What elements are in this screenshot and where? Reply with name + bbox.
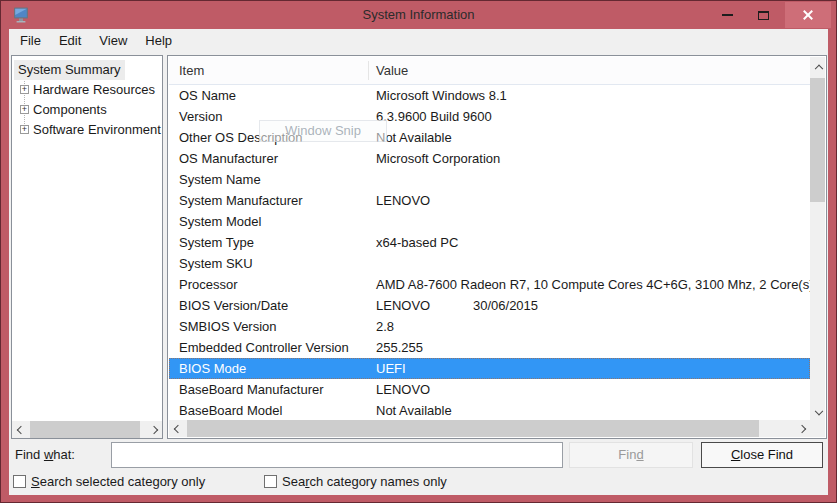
- list-horizontal-scrollbar[interactable]: [169, 420, 810, 437]
- column-divider[interactable]: [368, 61, 369, 80]
- menu-edit[interactable]: Edit: [50, 29, 90, 53]
- find-input[interactable]: [111, 442, 563, 468]
- close-find-button[interactable]: Close Find: [701, 442, 823, 468]
- list-vertical-scrollbar[interactable]: [810, 57, 825, 422]
- checkbox-label: Search selected category only: [31, 474, 205, 489]
- list-row[interactable]: BaseBoard ManufacturerLENOVO: [169, 379, 810, 400]
- expand-plus-icon[interactable]: +: [20, 105, 29, 114]
- checkbox-label: Search category names only: [282, 474, 447, 489]
- menu-view[interactable]: View: [90, 29, 136, 53]
- tree-item-components[interactable]: + Components: [12, 100, 162, 120]
- tree-item-label: Components: [33, 100, 107, 120]
- list-row[interactable]: OS ManufacturerMicrosoft Corporation: [169, 148, 810, 169]
- list-row[interactable]: System Name: [169, 169, 810, 190]
- window-snip-ghost-tooltip: Window Snip: [259, 120, 387, 142]
- menu-bar: File Edit View Help: [9, 29, 828, 53]
- menu-file[interactable]: File: [11, 29, 50, 53]
- scroll-right-icon[interactable]: [793, 420, 810, 437]
- close-button[interactable]: [785, 2, 831, 28]
- tree-item-label: Software Environment: [33, 120, 161, 140]
- list-row[interactable]: System Typex64-based PC: [169, 232, 810, 253]
- list-row[interactable]: BaseBoard ModelNot Available: [169, 400, 810, 421]
- scrollbar-thumb[interactable]: [30, 421, 140, 438]
- scrollbar-thumb[interactable]: [187, 420, 759, 437]
- column-header-item[interactable]: Item: [179, 57, 204, 85]
- checkbox-icon[interactable]: [13, 475, 26, 488]
- scroll-right-icon[interactable]: [145, 421, 162, 438]
- minimize-icon: [722, 14, 733, 16]
- tree-item-label: Hardware Resources: [33, 80, 155, 100]
- scroll-left-icon[interactable]: [169, 420, 186, 437]
- menu-help[interactable]: Help: [136, 29, 181, 53]
- list-row[interactable]: System SKU: [169, 253, 810, 274]
- list-header: Item Value: [169, 57, 810, 85]
- list-row[interactable]: BIOS Version/DateLENOVO30/06/2015: [169, 295, 810, 316]
- scrollbar-thumb[interactable]: [810, 78, 825, 202]
- list-row-selected[interactable]: BIOS ModeUEFI: [169, 358, 810, 379]
- scroll-up-icon[interactable]: [810, 57, 825, 74]
- maximize-button[interactable]: [746, 2, 780, 28]
- client-area: File Edit View Help System Summary + Har…: [9, 29, 828, 495]
- tree-item-system-summary[interactable]: System Summary: [12, 60, 162, 80]
- maximize-icon: [758, 11, 769, 20]
- checkbox-icon[interactable]: [264, 475, 277, 488]
- tree-item-hardware-resources[interactable]: + Hardware Resources: [12, 80, 162, 100]
- details-list: Item Value OS NameMicrosoft Windows 8.1 …: [167, 55, 827, 439]
- minimize-button[interactable]: [710, 2, 744, 28]
- column-header-value[interactable]: Value: [376, 57, 408, 85]
- titlebar[interactable]: System Information: [1, 1, 836, 29]
- find-what-label: Find what:: [15, 442, 75, 468]
- scrollbar-corner: [810, 420, 825, 437]
- list-row[interactable]: System Model: [169, 211, 810, 232]
- find-button[interactable]: Find: [569, 442, 693, 468]
- expand-plus-icon[interactable]: +: [20, 85, 29, 94]
- list-row[interactable]: Embedded Controller Version255.255: [169, 337, 810, 358]
- category-tree: System Summary + Hardware Resources + Co…: [11, 55, 163, 439]
- tree-horizontal-scrollbar[interactable]: [12, 421, 162, 438]
- list-row[interactable]: System ManufacturerLENOVO: [169, 190, 810, 211]
- search-category-names-option[interactable]: Search category names only: [264, 473, 447, 489]
- close-icon: [802, 9, 814, 21]
- scroll-left-icon[interactable]: [12, 421, 29, 438]
- list-row[interactable]: ProcessorAMD A8-7600 Radeon R7, 10 Compu…: [169, 274, 810, 295]
- search-selected-category-option[interactable]: Search selected category only: [13, 473, 205, 489]
- list-row[interactable]: SMBIOS Version2.8: [169, 316, 810, 337]
- expand-plus-icon[interactable]: +: [20, 125, 29, 134]
- tree-item-software-environment[interactable]: + Software Environment: [12, 120, 162, 140]
- tree-item-label: System Summary: [14, 60, 125, 80]
- list-row[interactable]: OS NameMicrosoft Windows 8.1: [169, 85, 810, 106]
- system-information-window: System Information File Edit View Help S…: [0, 0, 837, 503]
